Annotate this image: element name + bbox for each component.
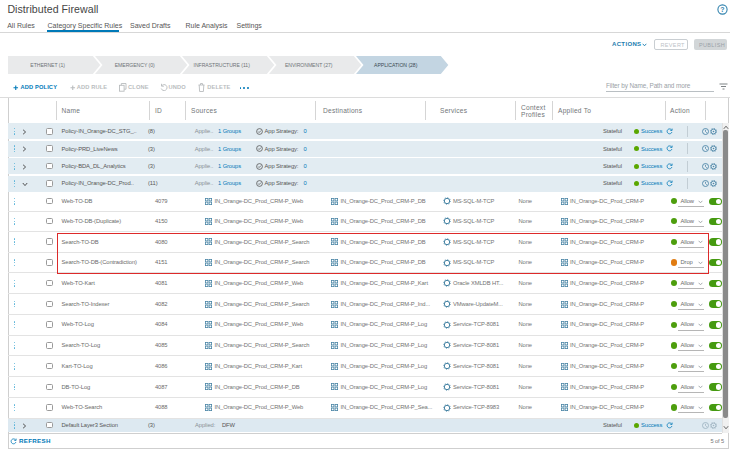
svg-text:?: ? [720,6,724,13]
